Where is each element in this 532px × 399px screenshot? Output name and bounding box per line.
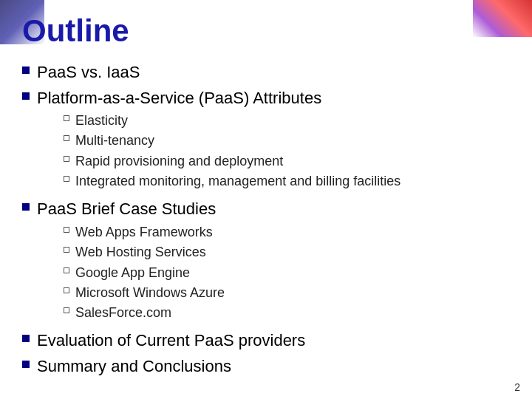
bullet-square-icon — [22, 203, 30, 211]
slide-title: Outline — [22, 13, 510, 49]
sub-bullet-icon — [64, 176, 69, 182]
sub-bullet-text: Rapid provisioning and deployment — [75, 152, 283, 170]
list-item: Google App Engine — [64, 264, 225, 282]
list-item: Evaluation of Current PaaS providers — [22, 330, 510, 352]
bullet-square-icon — [22, 335, 30, 342]
list-item: Rapid provisioning and deployment — [64, 152, 400, 170]
bullet-square-icon — [22, 361, 30, 368]
sub-bullet-text: Integrated monitoring, management and bi… — [75, 172, 400, 190]
bullet-square-icon — [22, 66, 30, 74]
sub-bullet-icon — [64, 135, 69, 141]
list-item: Platform-as-a-Service (PaaS) Attributes … — [22, 88, 510, 195]
bullet-text: PaaS Brief Case Studies — [37, 200, 216, 218]
bullet-square-icon — [22, 92, 30, 100]
sub-bullet-text: Web Hosting Services — [75, 243, 206, 261]
page-number: 2 — [514, 381, 520, 393]
bullet-text: Platform-as-a-Service (PaaS) Attributes — [37, 89, 321, 107]
sub-bullet-text: Elasticity — [75, 112, 128, 129]
sub-bullet-icon — [64, 247, 69, 253]
bullet-text: PaaS vs. IaaS — [37, 62, 140, 83]
sub-bullet-text: Web Apps Frameworks — [75, 223, 213, 241]
list-item: SalesForce.com — [64, 304, 225, 321]
list-item: Integrated monitoring, management and bi… — [64, 172, 400, 190]
bullet-with-sub: PaaS Brief Case Studies Web Apps Framewo… — [37, 199, 225, 326]
list-item: Web Apps Frameworks — [64, 223, 225, 241]
slide-content: Outline PaaS vs. IaaS Platform-as-a-Serv… — [22, 7, 510, 377]
sub-bullet-text: Google App Engine — [75, 264, 190, 282]
sub-bullet-icon — [64, 115, 69, 121]
list-item: Multi-tenancy — [64, 132, 400, 149]
sub-bullet-list: Web Apps Frameworks Web Hosting Services… — [64, 223, 225, 321]
bullet-text: Evaluation of Current PaaS providers — [37, 330, 305, 352]
sub-bullet-icon — [64, 156, 69, 162]
sub-bullet-icon — [64, 227, 69, 233]
sub-bullet-text: Multi-tenancy — [75, 132, 154, 149]
sub-bullet-list: Elasticity Multi-tenancy Rapid provision… — [64, 112, 400, 190]
list-item: PaaS vs. IaaS — [22, 62, 510, 83]
bullet-text: Summary and Conclusions — [37, 356, 231, 378]
bullet-with-sub: Platform-as-a-Service (PaaS) Attributes … — [37, 88, 400, 195]
sub-bullet-icon — [64, 307, 69, 313]
list-item: Elasticity — [64, 112, 400, 129]
sub-bullet-text: Microsoft Windows Azure — [75, 284, 225, 301]
main-bullet-list: PaaS vs. IaaS Platform-as-a-Service (Paa… — [22, 62, 510, 378]
list-item: Summary and Conclusions — [22, 356, 510, 378]
list-item: Web Hosting Services — [64, 243, 225, 261]
list-item: PaaS Brief Case Studies Web Apps Framewo… — [22, 199, 510, 326]
sub-bullet-icon — [64, 267, 69, 273]
sub-bullet-text: SalesForce.com — [75, 304, 171, 321]
list-item: Microsoft Windows Azure — [64, 284, 225, 301]
sub-bullet-icon — [64, 287, 69, 293]
